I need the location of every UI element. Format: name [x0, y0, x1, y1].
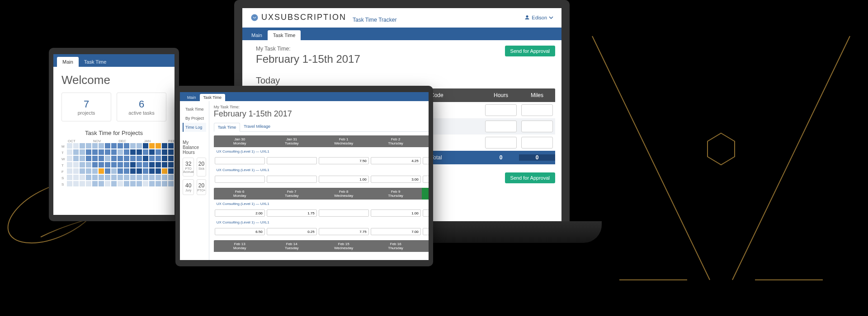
heatmap-cell[interactable]	[156, 175, 161, 180]
heatmap-cell[interactable]	[124, 156, 129, 161]
heatmap-cell[interactable]	[118, 162, 123, 167]
heatmap-cell[interactable]	[162, 162, 167, 167]
heatmap-cell[interactable]	[80, 168, 85, 174]
heatmap-cell[interactable]	[67, 149, 72, 155]
project-name[interactable]: UX Consulting (Level 1) — UXL1	[214, 200, 429, 208]
heatmap-cell[interactable]	[73, 181, 79, 186]
hours-input[interactable]	[485, 121, 517, 132]
heatmap-cell[interactable]	[86, 175, 91, 180]
heatmap-cell[interactable]	[92, 168, 98, 174]
heatmap-cell[interactable]	[168, 143, 174, 149]
heatmap-cell[interactable]	[168, 181, 174, 186]
heatmap-cell[interactable]	[143, 181, 148, 186]
heatmap-cell[interactable]	[111, 175, 117, 180]
heatmap-cell[interactable]	[105, 175, 110, 180]
time-cell-input[interactable]	[423, 228, 429, 235]
heatmap-cell[interactable]	[118, 175, 123, 180]
heatmap-cell[interactable]	[156, 181, 161, 186]
project-name[interactable]: UX Consulting (Level 1) — UXL1	[214, 166, 429, 174]
heatmap-cell[interactable]	[105, 149, 110, 155]
heatmap-cell[interactable]	[67, 181, 72, 186]
heatmap-cell[interactable]	[168, 149, 174, 155]
miles-input[interactable]	[521, 104, 553, 116]
heatmap-cell[interactable]	[105, 156, 110, 161]
heatmap-cell[interactable]	[80, 149, 85, 155]
time-cell-input[interactable]	[319, 209, 369, 217]
heatmap-cell[interactable]	[111, 181, 117, 186]
heatmap-cell[interactable]	[86, 168, 91, 174]
heatmap-cell[interactable]	[111, 149, 117, 155]
heatmap-cell[interactable]	[92, 143, 98, 149]
heatmap-cell[interactable]	[156, 162, 161, 167]
project-name[interactable]: UX Consulting (Level 1) — UXL1	[214, 218, 429, 227]
heatmap-cell[interactable]	[149, 168, 155, 174]
heatmap-cell[interactable]	[99, 149, 104, 155]
heatmap-cell[interactable]	[86, 162, 91, 167]
heatmap-cell[interactable]	[111, 162, 117, 167]
heatmap-cell[interactable]	[156, 149, 161, 155]
heatmap-cell[interactable]	[149, 156, 155, 161]
time-cell-input[interactable]	[371, 157, 421, 164]
heatmap-cell[interactable]	[130, 149, 136, 155]
heatmap-cell[interactable]	[124, 162, 129, 167]
heatmap-cell[interactable]	[67, 175, 72, 180]
heatmap-cell[interactable]	[67, 156, 72, 161]
heatmap-cell[interactable]	[168, 175, 174, 180]
heatmap-cell[interactable]	[124, 149, 129, 155]
heatmap-cell[interactable]	[124, 168, 129, 174]
heatmap-cell[interactable]	[168, 162, 174, 167]
heatmap-cell[interactable]	[130, 168, 136, 174]
heatmap-cell[interactable]	[73, 149, 79, 155]
heatmap-cell[interactable]	[105, 162, 110, 167]
heatmap-cell[interactable]	[73, 143, 79, 149]
heatmap-cell[interactable]	[130, 181, 136, 186]
sub-tab[interactable]: Task Time	[214, 123, 241, 132]
time-cell-input[interactable]	[371, 209, 421, 217]
time-cell-input[interactable]	[423, 157, 429, 164]
heatmap-cell[interactable]	[73, 168, 79, 174]
send-approval-button[interactable]: Send for Approval	[505, 46, 555, 56]
heatmap-cell[interactable]	[156, 143, 161, 149]
heatmap-cell[interactable]	[86, 143, 91, 149]
heatmap-cell[interactable]	[92, 175, 98, 180]
heatmap-cell[interactable]	[130, 156, 136, 161]
heatmap-cell[interactable]	[111, 156, 117, 161]
user-menu[interactable]: Edison	[524, 15, 553, 20]
heatmap-cell[interactable]	[124, 143, 129, 149]
sidebar-item[interactable]: By Project	[183, 114, 206, 123]
heatmap-cell[interactable]	[105, 143, 110, 149]
heatmap-cell[interactable]	[80, 162, 85, 167]
time-cell-input[interactable]	[319, 157, 369, 164]
time-cell-input[interactable]	[423, 176, 429, 183]
miles-input[interactable]	[521, 137, 553, 149]
time-cell-input[interactable]	[371, 176, 421, 183]
heatmap-cell[interactable]	[105, 181, 110, 186]
heatmap-cell[interactable]	[162, 143, 167, 149]
sub-tab[interactable]: Travel Mileage	[240, 122, 274, 131]
heatmap-cell[interactable]	[162, 181, 167, 186]
stat-card[interactable]: 6 active tasks	[117, 93, 166, 121]
time-cell-input[interactable]	[423, 209, 429, 217]
heatmap-cell[interactable]	[162, 168, 167, 174]
heatmap-cell[interactable]	[149, 162, 155, 167]
heatmap-cell[interactable]	[130, 162, 136, 167]
heatmap-cell[interactable]	[99, 143, 104, 149]
heatmap-cell[interactable]	[86, 149, 91, 155]
tab-task-time[interactable]: Task Time	[200, 94, 226, 101]
heatmap-cell[interactable]	[118, 156, 123, 161]
heatmap-cell[interactable]	[111, 143, 117, 149]
stat-card[interactable]: 7 projects	[61, 93, 111, 121]
time-cell-input[interactable]	[371, 228, 421, 235]
heatmap-cell[interactable]	[137, 181, 142, 186]
heatmap-cell[interactable]	[137, 149, 142, 155]
heatmap-cell[interactable]	[86, 181, 91, 186]
heatmap-cell[interactable]	[118, 181, 123, 186]
heatmap-cell[interactable]	[143, 175, 148, 180]
heatmap-cell[interactable]	[149, 181, 155, 186]
heatmap-cell[interactable]	[92, 156, 98, 161]
tab-main[interactable]: Main	[246, 30, 268, 40]
heatmap-cell[interactable]	[80, 181, 85, 186]
heatmap-cell[interactable]	[80, 175, 85, 180]
heatmap-cell[interactable]	[130, 175, 136, 180]
heatmap-cell[interactable]	[162, 156, 167, 161]
